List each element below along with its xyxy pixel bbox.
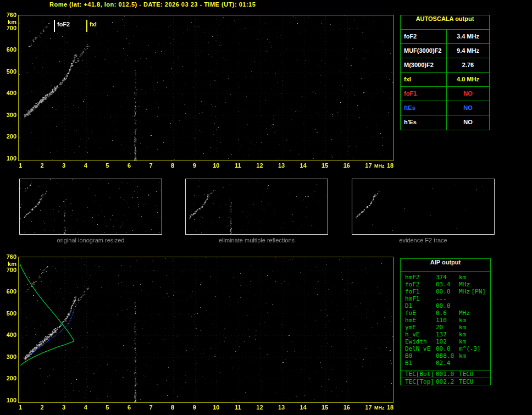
x-axis-label: 15 (319, 162, 331, 169)
aip-row-ymE: ymE20km (405, 324, 488, 331)
autoscala-row-foF2: foF23.4 MHz (401, 30, 489, 44)
x-axis-label: 13 (275, 404, 287, 411)
fxI-marker-label: fxI (90, 21, 97, 27)
thumbnail-f2-trace-evidence (352, 179, 495, 235)
autoscala-param-value: NO (447, 87, 489, 101)
aip-tec-name: TEC[Top] (405, 378, 436, 385)
x-axis-unit-label: MHz (373, 163, 385, 169)
aip-param-value: 00.0 (436, 288, 459, 295)
aip-param-name: B1 (405, 359, 436, 367)
aip-tec-value: 002.2 (436, 378, 459, 385)
foF2-marker-line (54, 20, 55, 32)
autoscala-output-title: AUTOSCALA output (401, 15, 489, 30)
autoscala-param-value: 4.0 MHz (447, 73, 489, 86)
y-axis-label: 700 (2, 25, 16, 31)
x-axis-label: 10 (210, 162, 222, 169)
autoscala-param-value: NO (447, 115, 489, 130)
aip-param-value: 03.4 (436, 281, 459, 288)
y-axis-label: 400 (2, 90, 16, 96)
aip-tec-name: TEC[Bot] (405, 370, 436, 378)
aip-param-unit: km (459, 331, 466, 338)
autoscala-param-label: fxI (401, 73, 447, 86)
aip-output-rows: hmF2374kmfoF203.4MHzfoF100.0MHz[PN]hmF1-… (401, 272, 490, 367)
aip-output-title: AIP output (401, 259, 490, 272)
x-axis-label: 10 (210, 404, 222, 411)
aip-tec-row-TEC[Top]: TEC[Top]002.2TECU (401, 378, 490, 385)
x-axis-label: 17 (362, 162, 374, 169)
aip-row-B0: B0088.0km (405, 352, 488, 359)
x-axis-label: 6 (123, 162, 135, 169)
aip-row-h_vE: h_vE137km (405, 331, 488, 338)
x-axis-label: 11 (232, 404, 244, 411)
x-axis-label: 13 (275, 162, 287, 169)
aip-param-value: 20 (436, 324, 459, 331)
x-axis-label: 9 (189, 404, 201, 411)
y-axis-label: 500 (2, 68, 16, 75)
thumbnail-canvas-original (20, 179, 162, 234)
x-axis-label: 1 (14, 404, 26, 411)
aip-param-value: 0.6 (436, 309, 459, 317)
autoscala-param-label: h'Es (401, 115, 447, 130)
x-axis-label: 18 (384, 162, 396, 169)
y-axis-unit-label: km (2, 261, 16, 267)
x-axis-label: 11 (232, 162, 244, 169)
aip-param-value: 00.0 (436, 345, 459, 352)
y-axis-label: 500 (2, 310, 16, 317)
y-axis-label: 100 (2, 397, 16, 403)
aip-param-name: hmF1 (405, 295, 436, 302)
y-axis-label: 200 (2, 375, 16, 381)
aip-param-value: 088.0 (436, 352, 459, 359)
aip-row-foE: foE0.6MHz (405, 309, 488, 317)
autoscala-param-label: MUF(3000)F2 (401, 44, 447, 58)
aip-param-name: D1 (405, 302, 436, 309)
ionogram-scatter-canvas (19, 15, 393, 161)
fitted-ionogram-canvas (19, 257, 393, 402)
x-axis-label: 6 (123, 404, 135, 411)
aip-row-Ewidth: Ewidth102km (405, 338, 488, 345)
x-axis-label: 2 (36, 162, 48, 169)
aip-param-unit: km (459, 317, 466, 324)
x-axis-label: 14 (297, 404, 309, 411)
autoscala-output-table: AUTOSCALA output foF23.4 MHzMUF(3000)F29… (400, 15, 490, 130)
autoscala-param-value: 9.4 MHz (447, 44, 489, 58)
y-axis-label: 200 (2, 133, 16, 140)
aip-param-name: foE (405, 309, 436, 317)
autoscala-param-label: M(3000)F2 (401, 58, 447, 72)
aip-tec-value: 001.0 (436, 370, 459, 378)
x-axis-label: 17 (362, 404, 374, 411)
x-axis-label: 3 (58, 404, 70, 411)
thumbnail-caption-reflections: eliminate multiple reflections (185, 237, 328, 244)
x-axis-label: 3 (58, 162, 70, 169)
aip-row-B1: B102.4 (405, 359, 488, 367)
x-axis-label: 15 (319, 404, 331, 411)
autoscala-row-MUF(3000)F2: MUF(3000)F29.4 MHz (401, 44, 489, 58)
aip-param-unit: km (459, 324, 466, 331)
thumbnail-canvas-reflections (186, 179, 328, 234)
x-axis-label: 1 (14, 162, 26, 169)
x-axis-label: 8 (167, 162, 179, 169)
aip-param-name: hmF2 (405, 274, 436, 281)
y-axis-label: 760 (2, 253, 16, 260)
autoscala-param-value: NO (447, 101, 489, 115)
thumbnail-caption-original: original ionogram resized (19, 237, 162, 244)
aip-param-value: 102 (436, 338, 459, 345)
aip-param-value: 00.0 (436, 302, 459, 309)
x-axis-label: 14 (297, 162, 309, 169)
aip-param-unit: km (459, 338, 466, 345)
autoscala-param-value: 3.4 MHz (447, 30, 489, 43)
aip-param-unit: km (459, 274, 466, 281)
x-axis-label: 5 (101, 404, 113, 411)
aip-param-value: 137 (436, 331, 459, 338)
thumbnail-canvas-f2trace (352, 179, 494, 234)
thumbnail-original-ionogram (19, 179, 162, 235)
y-axis-label: 300 (2, 112, 16, 118)
y-axis-label: 100 (2, 155, 16, 162)
autoscala-output-rows: foF23.4 MHzMUF(3000)F29.4 MHzM(3000)F22.… (401, 30, 489, 130)
x-axis-label: 12 (253, 404, 265, 411)
autoscala-row-foF1: foF1NO (401, 87, 489, 101)
ionogram-plot-main: foF2fxI (18, 15, 394, 161)
x-axis-label: 5 (101, 162, 113, 169)
autoscala-app-window: Rome (lat: +41.8, lon: 012.5) - DATE: 20… (0, 0, 532, 415)
x-axis-label: 18 (384, 404, 396, 411)
x-axis-label: 8 (167, 404, 179, 411)
